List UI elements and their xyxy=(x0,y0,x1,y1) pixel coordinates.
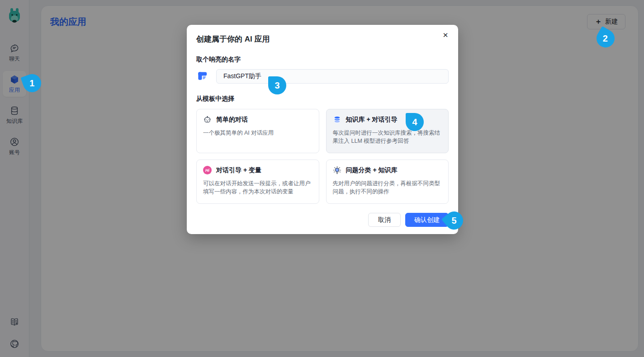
template-card-classify-kb[interactable]: 问题分类 + 知识库 先对用户的问题进行分类，再根据不同类型问题，执行不同的操作 xyxy=(326,160,449,204)
modal-title: 创建属于你的 AI 应用 xyxy=(196,34,449,44)
template-title: 对话引导 + 变量 xyxy=(216,166,261,174)
template-card-simple-chat[interactable]: 简单的对话 一个极其简单的 AI 对话应用 xyxy=(196,109,319,153)
pin-label: 2 xyxy=(603,33,608,44)
annotation-pin-4[interactable]: 4 xyxy=(406,113,424,131)
bulb-icon xyxy=(333,166,341,174)
template-card-head: 简单的对话 xyxy=(203,115,313,124)
pin-label: 1 xyxy=(29,78,34,89)
template-section-label: 从模板中选择 xyxy=(196,95,449,103)
modal-header: 创建属于你的 AI 应用 ✕ xyxy=(187,25,458,44)
template-card-head: 问题分类 + 知识库 xyxy=(333,166,442,174)
template-card-head: 知识库 + 对话引导 xyxy=(333,115,442,124)
modal-footer: 取消 确认创建 xyxy=(187,204,458,234)
template-desc: 一个极其简单的 AI 对话应用 xyxy=(203,129,313,137)
template-card-guide-variables[interactable]: Hi 对话引导 + 变量 可以在对话开始发送一段提示，或者让用户填写一些内容，作… xyxy=(196,160,319,204)
annotation-pin-3[interactable]: 3 xyxy=(268,76,286,94)
app-avatar-fastgpt-logo-icon[interactable] xyxy=(196,70,208,83)
template-title: 知识库 + 对话引导 xyxy=(346,116,398,124)
template-desc: 先对用户的问题进行分类，再根据不同类型问题，执行不同的操作 xyxy=(333,179,442,196)
template-card-kb-guide[interactable]: 知识库 + 对话引导 每次提问时进行一次知识库搜索，将搜索结果注入 LLM 模型… xyxy=(326,109,449,153)
template-title: 简单的对话 xyxy=(216,116,248,124)
database-stack-icon xyxy=(333,115,341,124)
template-desc: 可以在对话开始发送一段提示，或者让用户填写一些内容，作为本次对话的变量 xyxy=(203,179,313,196)
app-name-label: 取个响亮的名字 xyxy=(196,56,449,64)
template-title: 问题分类 + 知识库 xyxy=(346,166,398,174)
pin-label: 4 xyxy=(412,117,417,127)
pin-label: 5 xyxy=(451,216,456,226)
app-name-input[interactable] xyxy=(216,69,449,84)
close-icon[interactable]: ✕ xyxy=(440,30,451,41)
pin-label: 3 xyxy=(275,80,279,91)
cancel-button[interactable]: 取消 xyxy=(368,213,401,227)
robot-icon xyxy=(203,115,212,124)
template-desc: 每次提问时进行一次知识库搜索，将搜索结果注入 LLM 模型进行参考回答 xyxy=(333,129,442,145)
template-card-head: Hi 对话引导 + 变量 xyxy=(203,166,313,174)
hi-badge-icon: Hi xyxy=(203,166,212,174)
app-name-row xyxy=(196,69,449,84)
